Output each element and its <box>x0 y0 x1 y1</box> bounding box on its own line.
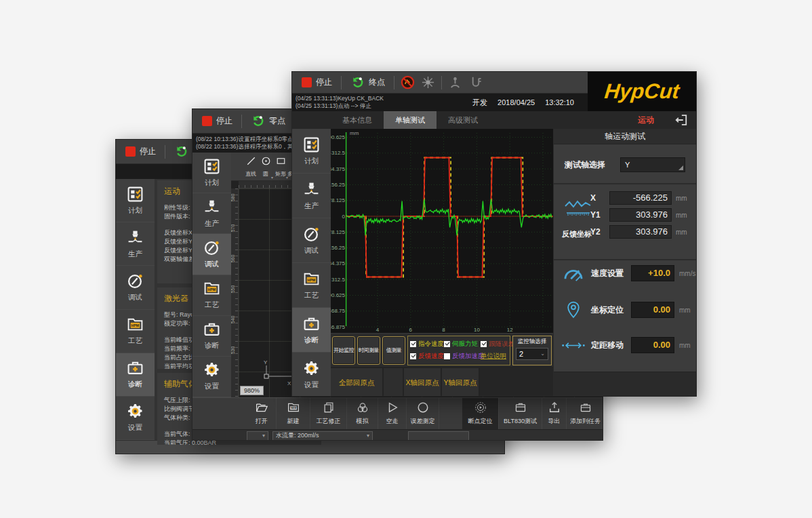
logo-text: HypCut <box>603 79 681 104</box>
unit-label: mm <box>676 228 691 236</box>
toolbar-button-label: 模拟 <box>357 417 369 426</box>
toolbar-separator <box>394 76 394 89</box>
signal-checkbox-1[interactable]: 指令速度 <box>410 340 444 348</box>
toolbar-button-blt[interactable]: BLT830测试 <box>499 398 542 429</box>
burst-icon[interactable] <box>421 75 435 89</box>
unit-help-link[interactable]: 单位说明 <box>481 352 513 361</box>
plan-icon <box>303 136 320 153</box>
tool-label: 矩形 <box>275 170 286 178</box>
signal-label: 指令速度 <box>418 340 444 348</box>
stop-button[interactable]: 停止 <box>299 74 335 92</box>
toolbar-button-open[interactable]: 打开 <box>247 398 277 429</box>
sidebar-item-debug[interactable]: 调试 <box>116 266 155 309</box>
endpoint-button[interactable]: 终点 <box>348 74 388 92</box>
rect-icon <box>276 156 286 169</box>
svg-text:390.625: 390.625 <box>331 292 346 298</box>
svg-text:4: 4 <box>376 327 380 333</box>
toolbar-button-breakpoint[interactable]: 断点定位 <box>462 398 499 429</box>
endpoint-arrow-icon <box>174 144 188 159</box>
laser-disabled-icon[interactable] <box>401 75 415 89</box>
signal-checkbox-4[interactable]: 反馈速度 <box>410 352 444 361</box>
monitor-axis-select[interactable]: 2 ⌄ <box>516 348 548 360</box>
toolbar-button-measure[interactable]: 误差测定 <box>407 398 439 429</box>
locate-input[interactable]: 0.00 <box>631 302 674 318</box>
sidebar-item-label: 生产 <box>128 250 142 259</box>
sidebar-item-produce[interactable]: 生产 <box>192 193 231 234</box>
sidebar-item-settings[interactable]: 设置 <box>192 357 231 397</box>
toolbar-button-addtask[interactable]: 添加到任务 <box>567 398 603 429</box>
sidebar-item-produce[interactable]: 生产 <box>116 222 155 266</box>
home-x-button[interactable]: X轴回原点 <box>404 368 441 397</box>
sidebar-item-settings[interactable]: 设置 <box>116 397 155 440</box>
sidebar-item-process[interactable]: HPM工艺 <box>192 275 231 316</box>
export-icon <box>548 401 561 415</box>
exit-icon[interactable] <box>674 113 688 127</box>
home-y-button[interactable]: Y轴回原点 <box>442 368 479 397</box>
status-dropdown[interactable]: ▾ <box>247 431 268 441</box>
sidebar-item-plan[interactable]: 计划 <box>192 153 231 193</box>
speed-gauge-icon <box>561 263 586 283</box>
sidebar-item-debug[interactable]: 调试 <box>292 218 331 263</box>
endpoint-label: 终点 <box>369 77 385 88</box>
sidebar-item-produce[interactable]: 生产 <box>292 174 331 218</box>
monitor-button-3[interactable]: 值测量 <box>382 336 405 365</box>
sidebar-item-diagnose[interactable]: 诊断 <box>192 316 231 357</box>
speed-input[interactable]: +10.0 <box>631 265 674 281</box>
sidebar-item-label: 计划 <box>304 157 319 166</box>
sidebar-item-diagnose[interactable]: 诊断 <box>292 308 331 353</box>
toolbar-button-export[interactable]: 导出 <box>542 398 567 429</box>
ruler-v-label: 570 <box>231 224 235 233</box>
sidebar-item-plan[interactable]: 计划 <box>292 129 331 174</box>
monitor-button-1[interactable]: 开始监控 <box>332 336 355 365</box>
toolbar-button-new[interactable]: NEW新建 <box>277 398 310 429</box>
tab-1[interactable]: 基本信息 <box>331 111 384 129</box>
sidebar-item-diagnose[interactable]: 诊断 <box>116 353 155 397</box>
tab-2[interactable]: 单轴测试 <box>384 111 437 129</box>
stop-label: 停止 <box>216 115 232 127</box>
draw-tool-rect[interactable]: 矩形▾ <box>273 153 288 180</box>
sidebar-item-plan[interactable]: 计划 <box>116 179 155 222</box>
svg-text:-78.125: -78.125 <box>331 197 346 203</box>
toolbar-button-dryrun[interactable]: 空走 <box>378 398 407 429</box>
process-icon: HPM <box>303 271 320 287</box>
status-segment[interactable] <box>408 431 469 441</box>
sidebar-item-process[interactable]: HPM工艺 <box>116 310 155 353</box>
stop-button[interactable]: 停止 <box>199 113 235 130</box>
draw-tool-circle[interactable]: 圆▾ <box>258 153 273 180</box>
sidebar-item-label: 工艺 <box>304 291 319 300</box>
test-axis-select[interactable]: Y <box>620 157 685 172</box>
toolbar-button-correct[interactable]: 工艺修正 <box>310 398 347 429</box>
follow-head-icon[interactable] <box>448 75 462 89</box>
stop-button[interactable]: 停止 <box>123 143 159 161</box>
tab-3[interactable]: 高级测试 <box>437 111 489 129</box>
signal-checkbox-5[interactable]: 反馈加速度 <box>444 352 481 361</box>
signal-checkbox-2[interactable]: 伺服力矩 <box>444 340 481 348</box>
sidebar-item-label: 调试 <box>205 260 219 269</box>
zero-point-button[interactable]: 零点 <box>248 113 288 130</box>
sidebar-item-debug[interactable]: 调试 <box>192 234 231 275</box>
log-line: (04/25 13:31:13)KeyUp CK_BACK <box>292 95 472 102</box>
signal-checkbox-3[interactable]: 跟随误差 <box>481 340 513 348</box>
toolbar-button-simulate[interactable]: 模拟 <box>347 398 378 429</box>
locate-row: 坐标定位 0.00 mm 定位到 <box>561 300 692 320</box>
monitor-button-2[interactable]: 时间测量 <box>357 336 380 365</box>
monitor-chart: -390.625-312.5-234.375-156.25-78.125078.… <box>331 129 553 333</box>
middle-sidebar: 计划生产调试HPM工艺诊断设置 <box>192 153 231 397</box>
stop-label: 停止 <box>316 77 332 88</box>
axis-name: Y1 <box>590 210 605 220</box>
location-pin-icon <box>561 300 586 320</box>
signal-label: 反馈速度 <box>418 352 444 361</box>
sidebar-item-process[interactable]: HPM工艺 <box>292 263 331 308</box>
draw-tool-line[interactable]: 直线 <box>243 153 258 180</box>
clamp-icon[interactable] <box>468 75 483 89</box>
sidebar-item-settings[interactable]: 设置 <box>292 353 331 397</box>
motion-status-badge: 运动 <box>638 115 654 126</box>
dropdown-corner-icon <box>678 165 683 170</box>
home-all-button[interactable]: 全部回原点 <box>331 368 382 397</box>
water-flow-select[interactable]: 水流量: 200ml/s▾ <box>272 431 373 441</box>
axis-name: X <box>590 193 605 203</box>
sidebar-item-label: 生产 <box>205 219 219 228</box>
jog-input[interactable]: 0.00 <box>631 337 674 353</box>
new-icon: NEW <box>287 401 300 415</box>
line-icon <box>246 156 256 169</box>
